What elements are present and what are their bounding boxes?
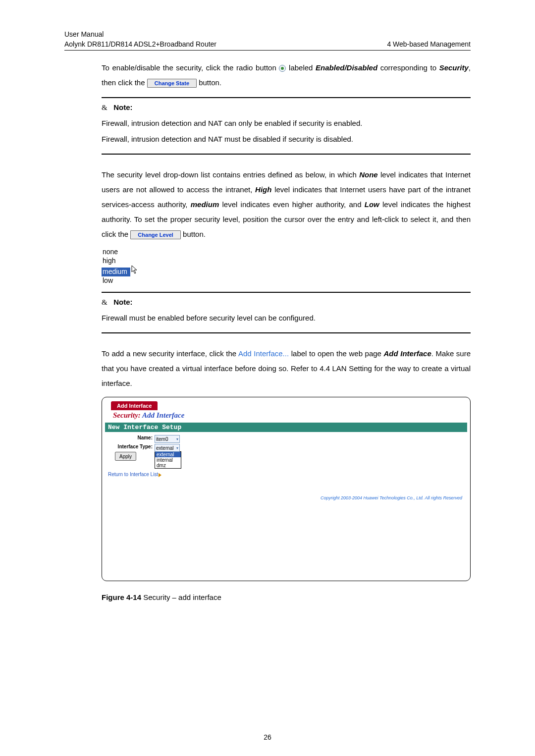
header-line1: User Manual — [64, 30, 471, 40]
dropdown-option-none[interactable]: none — [102, 248, 141, 257]
copyright-text: Copyright 2003-2004 Huawei Technologies … — [321, 495, 462, 500]
level-none: None — [359, 170, 378, 179]
figure-caption: Figure 4-14 Security – add interface — [102, 593, 471, 601]
level-high: High — [255, 185, 271, 194]
label-add-interface: Add Interface — [384, 349, 431, 358]
interface-type-options[interactable]: external internal dmz — [155, 451, 181, 469]
change-state-button[interactable]: Change State — [147, 79, 197, 88]
figure-section-bar: New Interface Setup — [105, 423, 467, 432]
page-number: 26 — [0, 733, 535, 741]
note1-line1: Firewall, intrusion detection and NAT ca… — [102, 116, 471, 131]
paragraph-security-level: The security level drop-down list contai… — [102, 167, 471, 242]
label-security: Security — [439, 63, 469, 72]
level-low: Low — [365, 200, 379, 209]
option-external[interactable]: external — [155, 452, 181, 457]
radio-selected-icon — [279, 65, 286, 72]
return-to-list-link[interactable]: Return to Interface List — [108, 472, 158, 477]
paragraph-enable-security: To enable/disable the security, click th… — [102, 60, 471, 90]
divider — [102, 97, 471, 98]
add-interface-link[interactable]: Add Interface... — [238, 349, 289, 358]
note-heading: & Note: — [102, 103, 471, 112]
change-level-button[interactable]: Change Level — [130, 230, 181, 239]
interface-type-select[interactable]: external▾ — [155, 444, 180, 452]
figure-add-interface: Add Interface Security: Add Interface Ne… — [102, 397, 471, 581]
figure-title: Security: Add Interface — [113, 411, 470, 420]
interface-type-label: Interface Type: — [108, 444, 155, 449]
name-label: Name: — [108, 435, 155, 440]
header-right: 4 Web-based Management — [387, 40, 471, 50]
dropdown-option-low[interactable]: low — [102, 276, 141, 285]
option-internal[interactable]: internal — [155, 457, 181, 463]
figure-tab[interactable]: Add Interface — [111, 401, 158, 410]
option-dmz[interactable]: dmz — [155, 463, 181, 468]
chevron-down-icon: ▾ — [176, 446, 178, 450]
note-heading: & Note: — [102, 298, 471, 307]
apply-button[interactable]: Apply — [115, 452, 136, 461]
dropdown-option-high[interactable]: high — [102, 257, 141, 266]
dropdown-option-medium[interactable]: medium — [102, 268, 130, 276]
header-left: Aolynk DR811/DR814 ADSL2+Broadband Route… — [64, 40, 216, 50]
cursor-icon — [131, 265, 139, 275]
page-header: User Manual Aolynk DR811/DR814 ADSL2+Bro… — [64, 30, 471, 51]
level-medium: medium — [191, 200, 219, 209]
note1-line2: Firewall, intrusion detection and NAT mu… — [102, 132, 471, 147]
note2-text: Firewall must be enabled before security… — [102, 311, 471, 325]
divider — [102, 332, 471, 333]
chevron-down-icon: ▾ — [176, 437, 178, 441]
arrow-right-icon — [159, 473, 161, 477]
divider — [102, 154, 471, 155]
paragraph-add-interface: To add a new security interface, click t… — [102, 346, 471, 391]
divider — [102, 292, 471, 293]
label-enabled-disabled: Enabled/Disabled — [316, 63, 377, 72]
security-level-dropdown[interactable]: none high medium low — [102, 248, 141, 285]
name-select[interactable]: item0▾ — [155, 435, 180, 443]
